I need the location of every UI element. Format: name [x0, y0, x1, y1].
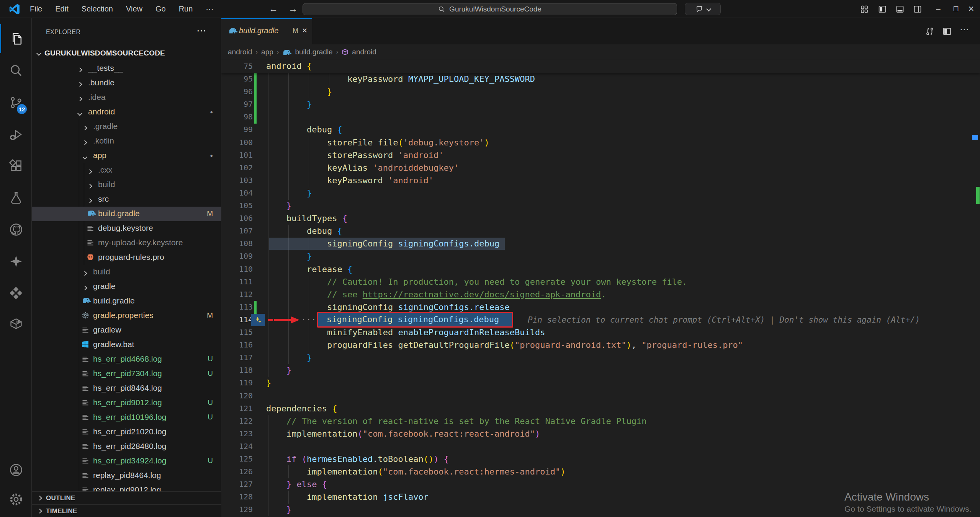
code-line-109[interactable]: 109 }	[221, 250, 980, 263]
code-line-96[interactable]: 96 }	[221, 85, 980, 98]
tree-item-hs-err-pid34924-log[interactable]: hs_err_pid34924.logU	[32, 454, 221, 468]
tree-item--tests-[interactable]: __tests__	[32, 61, 221, 76]
toggle-secondary-sidebar-icon[interactable]	[913, 5, 922, 14]
tree-item-build[interactable]: build	[32, 265, 221, 279]
menu-go[interactable]: Go	[155, 5, 166, 13]
code-line-114[interactable]: 114 ···signingConfig signingConfigs.debu…	[221, 313, 980, 326]
tree-item-gradle-properties[interactable]: gradle.propertiesM	[32, 308, 221, 323]
editor-more-actions-icon[interactable]: ⋯	[960, 24, 970, 34]
breadcrumb-item-android[interactable]: android	[352, 48, 376, 56]
outline-section-header[interactable]: OUTLINE	[32, 491, 221, 504]
activity-account-icon[interactable]	[0, 455, 32, 484]
tree-item-build-gradle[interactable]: build.gradle	[32, 294, 221, 308]
minimize-button[interactable]: –	[929, 0, 947, 18]
activity-explorer-icon[interactable]	[0, 24, 32, 53]
tree-item-hs-err-pid28480-log[interactable]: hs_err_pid28480.log	[32, 439, 221, 454]
tab-close-icon[interactable]: ✕	[302, 26, 308, 35]
activity-search-icon[interactable]	[0, 56, 32, 85]
tree-item-src[interactable]: src	[32, 192, 221, 207]
activity-testing-icon[interactable]	[0, 183, 32, 212]
code-line-107[interactable]: 107 debug {	[221, 225, 980, 238]
menu-edit[interactable]: Edit	[55, 5, 68, 13]
code-line-104[interactable]: 104 }	[221, 187, 980, 200]
code-line-117[interactable]: 117 }	[221, 351, 980, 364]
code-line-101[interactable]: 101 storePassword 'android'	[221, 149, 980, 162]
split-editor-icon[interactable]	[942, 26, 952, 36]
code-line-95[interactable]: 95 keyPassword MYAPP_UPLOAD_KEY_PASSWORD	[221, 73, 980, 86]
tree-item-hs-err-pid10196-log[interactable]: hs_err_pid10196.logU	[32, 410, 221, 425]
breadcrumb-item-build.gradle[interactable]: build.gradle	[295, 48, 332, 56]
sidebar-more-actions-icon[interactable]: ⋯	[196, 25, 206, 37]
tree-item--gradle[interactable]: .gradle	[32, 119, 221, 134]
tree-item-hs-err-pid21020-log[interactable]: hs_err_pid21020.log	[32, 425, 221, 439]
close-button[interactable]: ✕	[962, 0, 980, 18]
code-line-97[interactable]: 97 }	[221, 98, 980, 111]
tree-item-replay-pid9012-log[interactable]: replay_pid9012.log	[32, 483, 221, 491]
code-line-119[interactable]: 119}	[221, 377, 980, 390]
activity-run-debug-icon[interactable]	[0, 120, 32, 149]
toggle-panel-icon[interactable]	[895, 5, 905, 14]
command-center-search[interactable]: GurukulWisdomSourceCode	[303, 3, 677, 15]
activity-gems-icon[interactable]	[0, 279, 32, 308]
tree-item-build-gradle[interactable]: build.gradleM	[32, 207, 221, 221]
copilot-sparkle-gutter-icon[interactable]	[251, 314, 265, 326]
activity-container-icon[interactable]	[0, 309, 32, 338]
code-line-99[interactable]: 99 debug {	[221, 123, 980, 136]
tree-item-my-upload-key-keystore[interactable]: my-upload-key.keystore	[32, 236, 221, 250]
open-changes-icon[interactable]	[925, 26, 935, 36]
menu-more[interactable]: ⋯	[206, 5, 213, 14]
code-line-124[interactable]: 124	[221, 440, 980, 453]
tree-item-gradlew[interactable]: gradlew	[32, 323, 221, 338]
activity-settings-icon[interactable]	[0, 485, 32, 514]
tree-item--cxx[interactable]: .cxx	[32, 163, 221, 178]
code-line-115[interactable]: 115 minifyEnabled enableProguardInReleas…	[221, 326, 980, 339]
tree-item-gradlew-bat[interactable]: gradlew.bat	[32, 338, 221, 352]
code-line-122[interactable]: 122 // The version of react-native is se…	[221, 415, 980, 428]
code-line-126[interactable]: 126 implementation("com.facebook.react:h…	[221, 465, 980, 478]
code-line-120[interactable]: 120	[221, 390, 980, 403]
tree-item-hs-err-pid9012-log[interactable]: hs_err_pid9012.logU	[32, 396, 221, 410]
code-line-108[interactable]: 108 signingConfig signingConfigs.debug	[221, 237, 980, 250]
menu-file[interactable]: File	[30, 5, 42, 13]
tree-root-folder[interactable]: GURUKULWISDOMSOURCECODE	[32, 46, 221, 60]
tree-item-android[interactable]: android●	[32, 105, 221, 119]
code-line-106[interactable]: 106 buildTypes {	[221, 212, 980, 225]
tree-item-gradle[interactable]: gradle	[32, 279, 221, 294]
code-line-118[interactable]: 118 }	[221, 364, 980, 377]
nav-back-icon[interactable]: ←	[267, 3, 280, 15]
tab-build-gradle[interactable]: build.gradle M ✕	[221, 18, 312, 44]
code-line-105[interactable]: 105 }	[221, 199, 980, 212]
tree-item-debug-keystore[interactable]: debug.keystore	[32, 221, 221, 236]
code-line-127[interactable]: 127 } else {	[221, 478, 980, 491]
tree-item-hs-err-pid7304-log[interactable]: hs_err_pid7304.logU	[32, 367, 221, 381]
activity-extensions-icon[interactable]	[0, 152, 32, 181]
copilot-pin-selection-hint[interactable]: Pin selection to current chat prompt (Ct…	[528, 313, 920, 326]
copilot-chat-button[interactable]	[685, 3, 721, 15]
code-line-121[interactable]: 121dependencies {	[221, 402, 980, 415]
code-line-98[interactable]: 98	[221, 111, 980, 124]
code-line-125[interactable]: 125 if (hermesEnabled.toBoolean()) {	[221, 453, 980, 466]
tree-item-hs-err-pid4668-log[interactable]: hs_err_pid4668.logU	[32, 352, 221, 367]
timeline-section-header[interactable]: TIMELINE	[32, 504, 221, 517]
code-line-116[interactable]: 116 proguardFiles getDefaultProguardFile…	[221, 339, 980, 352]
breadcrumb-item-android[interactable]: android	[228, 48, 252, 56]
menu-view[interactable]: View	[126, 5, 142, 13]
code-line-100[interactable]: 100 storeFile file('debug.keystore')	[221, 136, 980, 149]
code-line-103[interactable]: 103 keyPassword 'android'	[221, 174, 980, 187]
tree-item--bundle[interactable]: .bundle	[32, 76, 221, 90]
activity-github-icon[interactable]	[0, 215, 32, 244]
menu-run[interactable]: Run	[179, 5, 193, 13]
code-line-123[interactable]: 123 implementation("com.facebook.react:r…	[221, 427, 980, 440]
toggle-primary-sidebar-icon[interactable]	[878, 5, 887, 14]
tree-item-build[interactable]: build	[32, 178, 221, 192]
tree-item-replay-pid8464-log[interactable]: replay_pid8464.log	[32, 468, 221, 483]
tree-item--idea[interactable]: .idea	[32, 90, 221, 105]
customize-layout-icon[interactable]	[860, 5, 869, 14]
breadcrumb-item-app[interactable]: app	[261, 48, 273, 56]
sticky-scroll-line[interactable]: 75android {	[221, 60, 980, 73]
tree-item--kotlin[interactable]: .kotlin	[32, 134, 221, 148]
menu-selection[interactable]: Selection	[82, 5, 113, 13]
tree-item-app[interactable]: app●	[32, 148, 221, 163]
activity-source-control-icon[interactable]: 12	[0, 88, 32, 117]
tree-item-hs-err-pid8464-log[interactable]: hs_err_pid8464.log	[32, 381, 221, 396]
